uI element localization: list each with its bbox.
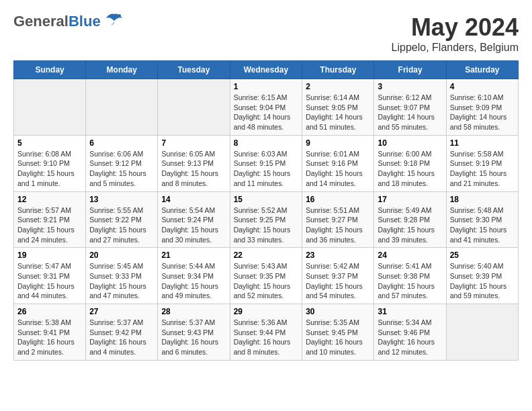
day-number: 6 (89, 138, 154, 148)
page-subtitle: Lippelo, Flanders, Belgium (392, 42, 519, 54)
day-info: Sunrise: 5:51 AM Sunset: 9:27 PM Dayligh… (306, 205, 370, 245)
calendar-cell: 28Sunrise: 5:37 AM Sunset: 9:43 PM Dayli… (158, 304, 230, 361)
calendar-cell: 24Sunrise: 5:41 AM Sunset: 9:38 PM Dayli… (374, 248, 446, 304)
calendar-week-row: 26Sunrise: 5:38 AM Sunset: 9:41 PM Dayli… (14, 304, 519, 361)
day-info: Sunrise: 6:14 AM Sunset: 9:05 PM Dayligh… (306, 93, 370, 132)
day-number: 16 (306, 195, 370, 204)
day-number: 5 (17, 138, 82, 148)
day-number: 26 (17, 307, 82, 316)
day-number: 17 (378, 195, 442, 204)
day-info: Sunrise: 5:52 AM Sunset: 9:25 PM Dayligh… (234, 205, 299, 245)
title-block: May 2024 Lippelo, Flanders, Belgium (392, 13, 519, 54)
day-info: Sunrise: 5:34 AM Sunset: 9:46 PM Dayligh… (378, 318, 442, 357)
calendar-cell: 16Sunrise: 5:51 AM Sunset: 9:27 PM Dayli… (302, 191, 374, 248)
calendar-cell (446, 304, 518, 361)
logo-bird-icon (105, 11, 124, 26)
calendar-cell: 19Sunrise: 5:47 AM Sunset: 9:31 PM Dayli… (14, 248, 86, 304)
calendar-cell: 13Sunrise: 5:55 AM Sunset: 9:22 PM Dayli… (86, 191, 158, 248)
calendar-cell: 10Sunrise: 6:00 AM Sunset: 9:18 PM Dayli… (374, 135, 446, 191)
day-number: 20 (89, 250, 154, 260)
svg-point-0 (118, 14, 121, 17)
calendar-cell: 8Sunrise: 6:03 AM Sunset: 9:15 PM Daylig… (230, 135, 302, 191)
calendar-cell: 20Sunrise: 5:45 AM Sunset: 9:33 PM Dayli… (86, 248, 158, 304)
day-number: 10 (378, 138, 442, 148)
day-number: 29 (234, 307, 299, 316)
day-info: Sunrise: 5:43 AM Sunset: 9:35 PM Dayligh… (234, 261, 299, 301)
day-of-week-header: Monday (86, 61, 158, 79)
day-info: Sunrise: 6:01 AM Sunset: 9:16 PM Dayligh… (306, 149, 370, 189)
calendar-week-row: 19Sunrise: 5:47 AM Sunset: 9:31 PM Dayli… (14, 248, 519, 304)
day-info: Sunrise: 6:15 AM Sunset: 9:04 PM Dayligh… (234, 93, 299, 132)
day-number: 9 (306, 138, 370, 148)
calendar-cell: 22Sunrise: 5:43 AM Sunset: 9:35 PM Dayli… (230, 248, 302, 304)
day-number: 1 (234, 82, 299, 91)
calendar-cell: 11Sunrise: 5:58 AM Sunset: 9:19 PM Dayli… (446, 135, 518, 191)
calendar-cell: 30Sunrise: 5:35 AM Sunset: 9:45 PM Dayli… (302, 304, 374, 361)
day-number: 21 (161, 250, 226, 260)
calendar-cell: 21Sunrise: 5:44 AM Sunset: 9:34 PM Dayli… (158, 248, 230, 304)
logo-general: General (13, 13, 69, 30)
day-number: 14 (161, 195, 226, 204)
calendar-cell: 6Sunrise: 6:06 AM Sunset: 9:12 PM Daylig… (86, 135, 158, 191)
day-info: Sunrise: 5:44 AM Sunset: 9:34 PM Dayligh… (161, 261, 226, 301)
day-number: 4 (450, 82, 515, 91)
calendar-cell: 26Sunrise: 5:38 AM Sunset: 9:41 PM Dayli… (14, 304, 86, 361)
day-number: 27 (89, 307, 154, 316)
calendar-cell: 17Sunrise: 5:49 AM Sunset: 9:28 PM Dayli… (374, 191, 446, 248)
day-number: 30 (306, 307, 370, 316)
calendar-week-row: 1Sunrise: 6:15 AM Sunset: 9:04 PM Daylig… (14, 79, 519, 136)
day-number: 23 (306, 250, 370, 260)
day-info: Sunrise: 5:54 AM Sunset: 9:24 PM Dayligh… (161, 205, 226, 245)
page-header: GeneralBlue May 2024 Lippelo, Flanders, … (13, 13, 519, 54)
day-info: Sunrise: 5:47 AM Sunset: 9:31 PM Dayligh… (17, 261, 82, 301)
day-number: 8 (234, 138, 299, 148)
days-of-week-row: SundayMondayTuesdayWednesdayThursdayFrid… (14, 61, 519, 79)
day-number: 12 (17, 195, 82, 204)
day-info: Sunrise: 5:40 AM Sunset: 9:39 PM Dayligh… (450, 261, 515, 301)
calendar-cell: 9Sunrise: 6:01 AM Sunset: 9:16 PM Daylig… (302, 135, 374, 191)
calendar-cell (14, 79, 86, 136)
calendar-cell (158, 79, 230, 136)
calendar-cell (86, 79, 158, 136)
day-info: Sunrise: 5:35 AM Sunset: 9:45 PM Dayligh… (306, 318, 370, 357)
calendar-cell: 31Sunrise: 5:34 AM Sunset: 9:46 PM Dayli… (374, 304, 446, 361)
day-number: 24 (378, 250, 442, 260)
day-info: Sunrise: 5:37 AM Sunset: 9:42 PM Dayligh… (89, 318, 154, 357)
day-number: 31 (378, 307, 442, 316)
day-info: Sunrise: 6:06 AM Sunset: 9:12 PM Dayligh… (89, 149, 154, 189)
calendar-body: 1Sunrise: 6:15 AM Sunset: 9:04 PM Daylig… (14, 79, 519, 361)
calendar-cell: 4Sunrise: 6:10 AM Sunset: 9:09 PM Daylig… (446, 79, 518, 136)
day-number: 11 (450, 138, 515, 148)
day-number: 25 (450, 250, 515, 260)
day-info: Sunrise: 6:00 AM Sunset: 9:18 PM Dayligh… (378, 149, 442, 189)
day-number: 7 (161, 138, 226, 148)
day-number: 28 (161, 307, 226, 316)
day-info: Sunrise: 6:03 AM Sunset: 9:15 PM Dayligh… (234, 149, 299, 189)
calendar-cell: 5Sunrise: 6:08 AM Sunset: 9:10 PM Daylig… (14, 135, 86, 191)
day-number: 15 (234, 195, 299, 204)
calendar-week-row: 5Sunrise: 6:08 AM Sunset: 9:10 PM Daylig… (14, 135, 519, 191)
calendar-cell: 14Sunrise: 5:54 AM Sunset: 9:24 PM Dayli… (158, 191, 230, 248)
calendar-header: SundayMondayTuesdayWednesdayThursdayFrid… (14, 61, 519, 79)
calendar-cell: 2Sunrise: 6:14 AM Sunset: 9:05 PM Daylig… (302, 79, 374, 136)
day-info: Sunrise: 5:38 AM Sunset: 9:41 PM Dayligh… (17, 318, 82, 357)
calendar-cell: 27Sunrise: 5:37 AM Sunset: 9:42 PM Dayli… (86, 304, 158, 361)
calendar-cell: 29Sunrise: 5:36 AM Sunset: 9:44 PM Dayli… (230, 304, 302, 361)
calendar-cell: 23Sunrise: 5:42 AM Sunset: 9:37 PM Dayli… (302, 248, 374, 304)
day-info: Sunrise: 6:05 AM Sunset: 9:13 PM Dayligh… (161, 149, 226, 189)
day-of-week-header: Friday (374, 61, 446, 79)
day-of-week-header: Saturday (446, 61, 518, 79)
day-info: Sunrise: 5:41 AM Sunset: 9:38 PM Dayligh… (378, 261, 442, 301)
day-info: Sunrise: 5:48 AM Sunset: 9:30 PM Dayligh… (450, 205, 515, 245)
day-of-week-header: Wednesday (230, 61, 302, 79)
day-number: 19 (17, 250, 82, 260)
day-number: 13 (89, 195, 154, 204)
day-of-week-header: Thursday (302, 61, 374, 79)
day-number: 22 (234, 250, 299, 260)
calendar-cell: 18Sunrise: 5:48 AM Sunset: 9:30 PM Dayli… (446, 191, 518, 248)
calendar-cell: 12Sunrise: 5:57 AM Sunset: 9:21 PM Dayli… (14, 191, 86, 248)
day-info: Sunrise: 6:10 AM Sunset: 9:09 PM Dayligh… (450, 93, 515, 132)
calendar-cell: 15Sunrise: 5:52 AM Sunset: 9:25 PM Dayli… (230, 191, 302, 248)
day-info: Sunrise: 5:36 AM Sunset: 9:44 PM Dayligh… (234, 318, 299, 357)
day-info: Sunrise: 5:49 AM Sunset: 9:28 PM Dayligh… (378, 205, 442, 245)
